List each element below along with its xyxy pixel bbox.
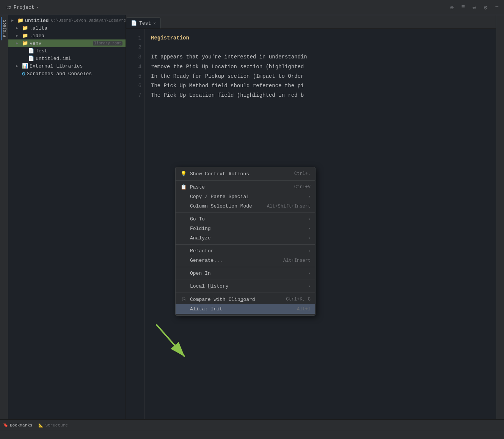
shortcut-show-context: Ctrl+. [294,171,311,176]
code-line-5: In the Ready for Pickup section (Impact … [151,72,490,81]
compare-icon: ⎘ [180,296,187,302]
menu-item-local-history[interactable]: Local History › [176,282,315,291]
menu-sep-3 [176,267,315,267]
editor-tabs: 📄 Test ✕ [126,15,496,29]
structure-label: Structure [45,423,68,428]
gear-icon[interactable]: ⚙ [482,2,490,13]
tree-label-untitled-iml: untitled.iml [36,56,122,61]
line-num-4: 4 [129,62,141,72]
menu-label-paste: Paste [190,184,291,190]
tree-label-venv: venv [30,41,91,46]
project-panel: ▶ 📁 untitled C:\Users\Levon_Dadayan\Idea… [8,15,126,419]
structure-strip[interactable]: 📐 Structure [38,423,68,428]
submenu-arrow-icon: › [308,271,311,276]
line-num-7: 7 [129,91,141,100]
add-icon[interactable]: ⊕ [448,2,456,13]
menu-label-copy-paste: Copy / Paste Special [190,194,305,200]
menu-item-open-in[interactable]: Open In › [176,269,315,278]
arrow-icon: ▶ [16,33,22,38]
minus-icon[interactable]: − [493,2,501,13]
tree-label-idea: .idea [30,33,122,39]
menu-label-open-in: Open In [190,271,305,276]
menu-label-local-history: Local History [190,283,305,289]
menu-sep-4 [176,280,315,280]
file-icon: 📄 [28,55,34,61]
menu-label-show-context: Show Context Actions [190,171,291,177]
shortcut-compare: Ctrl+K, C [286,297,311,302]
menu-label-alita-init: Alita: Init [190,306,294,312]
tree-item-external-libs[interactable]: ▶ 📊 External Libraries [8,62,126,70]
tree-label-test: Test [36,48,122,54]
tree-item-scratches[interactable]: ⚙ Scratches and Consoles [8,70,126,78]
tree-item-idea[interactable]: ▶ 📁 .idea [8,32,126,39]
submenu-arrow-icon: › [308,249,311,254]
tree-item-untitled-iml[interactable]: 📄 untitled.iml [8,55,126,62]
menu-item-go-to[interactable]: Go To › [176,214,315,224]
status-bar [0,431,504,439]
menu-item-column-selection[interactable]: Column Selection Mode Alt+Shift+Insert [176,201,315,211]
submenu-arrow-icon: › [308,236,311,241]
project-button[interactable]: 🗂 Project ▾ [3,3,42,12]
menu-item-alita-init[interactable]: Alita: Init Alt+I [176,304,315,314]
line-numbers: 1 2 3 4 5 6 7 [126,29,145,419]
line-num-2: 2 [129,43,141,52]
menu-item-copy-paste-special[interactable]: Copy / Paste Special › [176,192,315,201]
bookmarks-strip[interactable]: 🔖 Bookmarks [3,423,32,428]
menu-sep-5 [176,293,315,293]
menu-item-paste[interactable]: 📋 Paste Ctrl+V [176,182,315,192]
scratch-icon: ⚙ [22,71,25,77]
arrow-icon: ▶ [16,64,22,68]
folder-icon: 📁 [22,25,28,31]
folder-icon: 📁 [22,33,28,39]
tab-close-button[interactable]: ✕ [153,21,156,26]
tree-label-ext-libs: External Libraries [30,63,122,69]
project-sidebar-strip[interactable]: Project [1,17,8,40]
arrow-icon: ▶ [11,18,17,23]
code-line-1: Registration [151,33,490,43]
bookmark-icon: 🔖 [3,423,8,428]
line-num-6: 6 [129,81,141,91]
menu-item-compare-clipboard[interactable]: ⎘ Compare with Clipboard Ctrl+K, C [176,294,315,304]
menu-item-refactor[interactable]: Refactor › [176,246,315,256]
tree-label-alita: .alita [30,25,122,31]
menu-label-go-to: Go To [190,216,305,222]
line-num-1: 1 [129,33,141,43]
tree-item-alita[interactable]: ▶ 📁 .alita [8,24,126,32]
shortcut-column: Alt+Shift+Insert [267,204,311,209]
submenu-arrow-icon: › [308,226,311,231]
menu-item-show-context[interactable]: 💡 Show Context Actions Ctrl+. [176,169,315,179]
tree-label-scratches: Scratches and Consoles [27,71,122,77]
editor-tab-test[interactable]: 📄 Test ✕ [126,17,161,28]
file-tree: ▶ 📁 untitled C:\Users\Levon_Dadayan\Idea… [8,15,126,419]
structure-icon: 📐 [38,423,44,428]
top-toolbar: 🗂 Project ▾ ⊕ ≡ ⇌ ⚙ − [0,0,504,15]
menu-label-generate: Generate... [190,258,280,263]
menu-item-folding[interactable]: Folding › [176,224,315,233]
tree-item-untitled[interactable]: ▶ 📁 untitled C:\Users\Levon_Dadayan\Idea… [8,17,126,24]
menu-label-folding: Folding [190,226,305,231]
shortcut-generate: Alt+Insert [283,258,311,263]
submenu-arrow-icon: › [308,284,311,289]
editor-area: 📄 Test ✕ 1 2 3 4 5 6 7 Registration It a… [126,15,496,419]
menu-sep-1 [176,212,315,213]
ext-lib-icon: 📊 [22,63,28,69]
context-menu: 💡 Show Context Actions Ctrl+. 📋 Paste Ct… [175,167,316,316]
tree-path-untitled: C:\Users\Levon_Dadayan\IdeaProjects\unti… [51,18,126,23]
menu-label-compare: Compare with Clipboard [190,297,283,302]
main-layout: Project ▶ 📁 untitled C:\Users\Levon_Dada… [0,15,504,419]
menu-sep-0 [176,180,315,181]
sliders-icon[interactable]: ⇌ [470,2,479,13]
lines-icon[interactable]: ≡ [459,2,468,13]
menu-item-analyze[interactable]: Analyze › [176,233,315,243]
dropdown-icon: ▾ [37,5,39,10]
submenu-arrow-icon: › [308,217,311,222]
menu-label-column: Column Selection Mode [190,203,264,209]
tree-item-venv[interactable]: ▶ 📁 venv library root [8,39,126,47]
tree-item-test[interactable]: 📄 Test [8,47,126,55]
file-icon: 📄 [28,48,34,54]
arrow-icon: ▶ [16,41,22,46]
project-icon: 🗂 [6,5,11,11]
code-line-6: The Pick Up Method field should referenc… [151,81,490,91]
menu-item-generate[interactable]: Generate... Alt+Insert [176,256,315,265]
code-line-3: It appears that you're interested in und… [151,52,490,62]
